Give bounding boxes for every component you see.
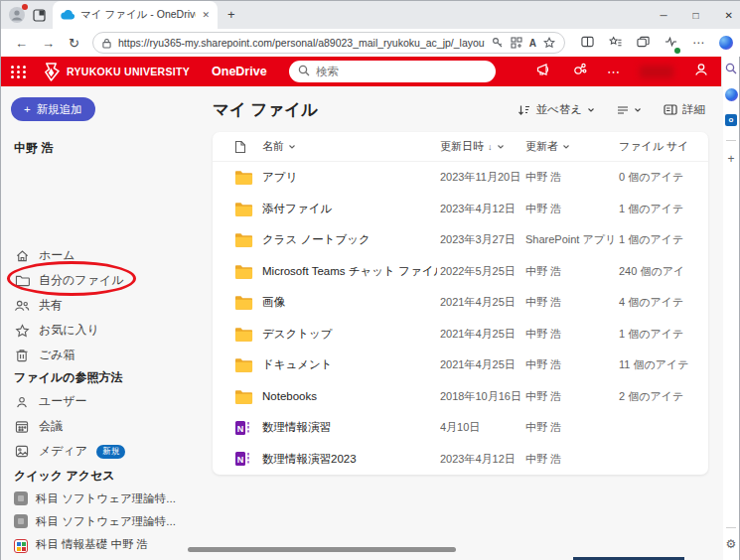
table-header: 名前 更新日時 ↓ 更新者 ファイル サイ (213, 132, 708, 162)
modified-by: 中野 浩 (525, 350, 617, 381)
favorite-star-icon[interactable] (543, 37, 555, 49)
column-header-name[interactable]: 名前 (262, 132, 437, 161)
quick-access-item-blue[interactable]: 科目 プログラミング及び... (1, 556, 185, 560)
account-icon[interactable] (693, 62, 709, 81)
column-header-file-size[interactable]: ファイル サイ (619, 132, 708, 161)
new-tab-button[interactable]: + (227, 7, 235, 22)
tab-close-icon[interactable]: ✕ (202, 10, 210, 20)
file-size: 1 個のアイテ (619, 319, 708, 350)
browser-menu-icon[interactable]: ⋯ (692, 36, 704, 50)
forward-button[interactable]: → (42, 36, 55, 51)
modified-by: 中野 浩 (525, 256, 617, 288)
file-name: 数理情報演習 (262, 412, 437, 444)
details-button[interactable]: 詳細 (664, 102, 705, 117)
modified-by: 中野 浩 (525, 319, 617, 350)
back-button[interactable]: ← (15, 36, 28, 51)
column-header-modified-by[interactable]: 更新者 (525, 132, 617, 161)
table-row[interactable]: デスクトップ 2021年4月25日 中野 浩 1 個のアイテ (213, 319, 708, 350)
minimize-button[interactable]: ─ (660, 10, 666, 21)
navbar-more-icon[interactable]: ⋯ (607, 65, 620, 79)
favorites-hub-icon[interactable] (609, 34, 622, 52)
home-icon (14, 248, 30, 263)
browser-toolbar: ← → ↻ https://ryu365-my.sharepoint.com/p… (1, 29, 740, 57)
modified-date: 2018年10月16日 (440, 381, 523, 413)
sidebar-item-calendar[interactable]: 会議 (1, 414, 185, 439)
table-row[interactable]: クラス ノートブック 2023年3月27日 SharePoint アプリ 1 個… (213, 224, 708, 256)
sidebar-item-label: 会議 (39, 418, 63, 435)
modified-by: SharePoint アプリ (525, 224, 617, 256)
table-row[interactable]: アプリ 2023年11月20日 中野 浩 0 個のアイテ (213, 162, 708, 194)
folder-outline-icon (14, 274, 30, 287)
edge-sidebar-rail: o + ⚙ (721, 57, 739, 560)
sidebar-item-star[interactable]: お気に入り (1, 318, 185, 343)
add-new-button[interactable]: + 新規追加 (11, 97, 95, 121)
rail-search-icon[interactable] (722, 63, 740, 74)
rail-copilot-icon[interactable] (722, 88, 740, 101)
table-row[interactable]: 画像 2021年4月25日 中野 浩 4 個のアイテ (213, 287, 708, 319)
sidebar-item-media[interactable]: メディア新規 (1, 439, 185, 464)
view-options-button[interactable] (617, 105, 642, 115)
quick-access-item-redgrid[interactable]: 科目 情報基礎 中野 浩 (1, 533, 185, 556)
table-row[interactable]: N 数理情報演習2023 2023年4月12日 中野 浩 (213, 444, 708, 476)
browser-tab[interactable]: マイ ファイル - OneDrive ✕ (53, 1, 218, 29)
search-input[interactable] (316, 66, 465, 77)
app-available-icon[interactable] (511, 37, 522, 49)
folder-icon (234, 381, 256, 413)
close-button[interactable]: ✕ (725, 10, 733, 21)
column-header-modified[interactable]: 更新日時 ↓ (440, 132, 523, 161)
read-aloud-icon[interactable]: A (529, 38, 536, 49)
quick-access-item-gray[interactable]: 科目 ソフトウェア理論特... (1, 488, 185, 510)
table-row[interactable]: Microsoft Teams チャット ファイル 2022年5月25日 中野 … (213, 256, 708, 288)
file-name: 画像 (262, 287, 437, 319)
maximize-button[interactable]: □ (693, 10, 699, 21)
browser-tab-strip: マイ ファイル - OneDrive ✕ + ─ □ ✕ (1, 1, 740, 29)
app-launcher-icon[interactable] (11, 66, 27, 78)
table-row[interactable]: 添付ファイル 2023年4月12日 中野 浩 1 個のアイテ (213, 194, 708, 225)
sort-button[interactable]: 並べ替え (518, 102, 595, 117)
sidebar-item-trash[interactable]: ごみ箱 (1, 343, 185, 367)
search-box[interactable] (289, 61, 496, 82)
table-row[interactable]: ドキュメント 2021年4月25日 中野 浩 11 個のアイテ (213, 350, 708, 381)
sidebar-item-label: 共有 (39, 297, 63, 314)
file-name: クラス ノートブック (262, 224, 437, 256)
calendar-icon (14, 420, 30, 433)
modified-date: 2021年4月25日 (440, 319, 523, 350)
sidebar-item-label: ごみ箱 (39, 347, 75, 363)
horizontal-scrollbar[interactable] (188, 547, 456, 552)
table-row[interactable]: N 数理情報演習 4月10日 中野 浩 (213, 412, 708, 444)
quick-access-item-gray[interactable]: 科目 ソフトウェア理論特... (1, 510, 185, 533)
collections-icon[interactable] (637, 34, 650, 52)
sidebar-item-people[interactable]: 共有 (1, 293, 185, 318)
person-icon (14, 395, 30, 409)
megaphone-icon[interactable] (536, 63, 552, 80)
password-key-icon[interactable] (492, 37, 504, 49)
gray-icon (14, 491, 28, 507)
folder-icon (234, 224, 256, 256)
app-name[interactable]: OneDrive (212, 65, 267, 78)
rail-settings-icon[interactable]: ⚙ (722, 537, 740, 551)
copilot-icon[interactable] (719, 36, 733, 50)
sidebar-item-home[interactable]: ホーム (1, 243, 185, 268)
modified-by: 中野 浩 (525, 194, 617, 225)
sidebar-item-label: メディア (39, 443, 87, 460)
browser-profile-icon[interactable] (8, 6, 26, 24)
notification-dot-icon (22, 4, 28, 10)
rail-add-icon[interactable]: + (722, 152, 740, 166)
split-screen-icon[interactable] (581, 34, 594, 52)
media-icon (14, 445, 30, 458)
redacted-user-name (640, 66, 673, 78)
refresh-button[interactable]: ↻ (69, 36, 79, 51)
browser-essentials-icon[interactable] (665, 34, 677, 52)
sidebar-item-folder-outline[interactable]: 自分のファイル (1, 268, 185, 293)
onedrive-app: + 新規追加 中野 浩 ホーム自分のファイル共有お気に入りごみ箱 ファイルの参照… (1, 86, 723, 560)
onenote-icon: N (234, 412, 256, 444)
workspaces-icon[interactable] (33, 8, 46, 26)
onedrive-navbar: RYUKOKU UNIVERSITY OneDrive ⋯ (1, 57, 723, 86)
table-row[interactable]: Notebooks 2018年10月16日 中野 浩 2 個のアイテ (213, 381, 708, 413)
rail-outlook-icon[interactable]: o (722, 114, 740, 126)
address-bar[interactable]: https://ryu365-my.sharepoint.com/persona… (92, 32, 565, 54)
sidebar-item-person[interactable]: ユーザー (1, 389, 185, 414)
connections-icon[interactable] (572, 63, 587, 80)
page-title: マイ ファイル (213, 99, 318, 121)
browser-window: マイ ファイル - OneDrive ✕ + ─ □ ✕ ← → ↻ https… (0, 0, 740, 560)
